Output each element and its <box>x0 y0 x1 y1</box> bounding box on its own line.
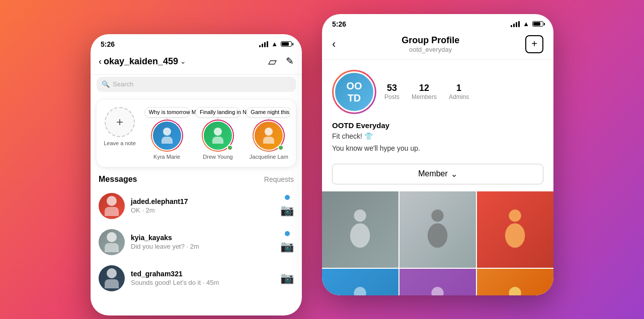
story-jacq-ring <box>253 120 285 152</box>
camera-icon-1[interactable]: 📷 <box>280 204 294 217</box>
member-label: Member <box>418 169 448 178</box>
edit-icon[interactable]: ✎ <box>286 55 294 68</box>
search-icon: 🔍 <box>102 80 110 88</box>
story-kyra-bubble: Why is tomorrow Monday!? 😝 <box>144 107 190 118</box>
search-placeholder: Search <box>113 80 133 88</box>
photo-img-3 <box>477 191 553 268</box>
group-title: Group Profile <box>336 35 525 46</box>
svg-point-5 <box>505 223 525 248</box>
status-bar-right: 5:26 ▲ <box>322 14 553 31</box>
status-icons-right: ▲ <box>511 20 543 28</box>
msg-content-2: kyia_kayaks Did you leave yet? · 2m <box>131 234 274 250</box>
member-chevron: ⌄ <box>451 169 457 179</box>
story-self[interactable]: + Leave a note <box>102 107 138 146</box>
story-jacq[interactable]: Game night this weekend? 🎱 Jacqueline La… <box>247 107 291 160</box>
messages-title: Messages <box>99 175 137 184</box>
add-button[interactable]: + <box>525 35 543 53</box>
time-left: 5:26 <box>101 40 115 48</box>
signal-icon <box>259 41 268 47</box>
camera-icon-3[interactable]: 📷 <box>280 272 294 285</box>
stat-admins-value: 1 <box>456 83 461 93</box>
stories-row: + Leave a note Why is tomorrow Monday!? … <box>102 107 291 160</box>
search-bar[interactable]: 🔍 Search <box>97 77 296 92</box>
photo-3[interactable] <box>477 191 553 268</box>
video-icon[interactable]: ▱ <box>268 55 277 68</box>
group-avatar-ring: OO TD <box>332 70 376 114</box>
msg-right-2: 📷 <box>280 231 294 253</box>
group-avatar-text: OO TD <box>346 80 362 104</box>
camera-icon-2[interactable]: 📷 <box>280 240 294 253</box>
photo-img-2 <box>399 191 476 268</box>
group-nav-center: Group Profile ootd_everyday <box>336 35 525 53</box>
stat-admins-label: Admins <box>449 93 469 100</box>
stat-posts-value: 53 <box>387 83 397 93</box>
msg-preview-3: Sounds good! Let's do it · 45m <box>131 279 274 286</box>
nav-bar-left: ‹ okay_kaiden_459 ⌄ ▱ ✎ <box>91 51 302 75</box>
time-right: 5:26 <box>332 20 346 28</box>
svg-point-4 <box>509 209 521 222</box>
svg-point-0 <box>354 209 366 222</box>
username-title: okay_kaiden_459 <box>104 56 178 67</box>
story-drew[interactable]: Finally landing in NYC! ❤️ Drew Young <box>196 107 239 160</box>
svg-point-8 <box>432 287 444 295</box>
msg-content-3: ted_graham321 Sounds good! Let's do it ·… <box>131 270 274 286</box>
msg-preview-2: Did you leave yet? · 2m <box>131 243 274 250</box>
group-stats: 53 Posts 12 Members 1 Admins <box>384 83 543 100</box>
photo-img-1 <box>322 191 398 268</box>
back-button[interactable]: ‹ <box>99 56 102 67</box>
story-kyra-avatar <box>152 121 182 151</box>
message-item-2[interactable]: kyia_kayaks Did you leave yet? · 2m 📷 <box>91 224 302 260</box>
signal-icon-right <box>511 21 520 27</box>
status-icons-left: ▲ <box>259 40 292 48</box>
story-self-label: Leave a note <box>104 140 136 146</box>
message-item-3[interactable]: ted_graham321 Sounds good! Let's do it ·… <box>91 260 302 296</box>
group-name: OOTD Everyday <box>332 121 543 130</box>
left-phone: 5:26 ▲ ‹ okay_kaiden_459 ⌄ ▱ ✎ 🔍 Search <box>91 34 302 315</box>
story-kyra[interactable]: Why is tomorrow Monday!? 😝 Kyra Marie <box>145 107 189 160</box>
msg-username-3: ted_graham321 <box>131 270 274 278</box>
photo-2[interactable] <box>399 191 476 268</box>
stories-section: + Leave a note Why is tomorrow Monday!? … <box>97 100 296 167</box>
photo-6[interactable] <box>477 269 553 295</box>
msg-right-1: 📷 <box>280 195 294 217</box>
svg-point-3 <box>428 223 448 248</box>
wifi-icon: ▲ <box>271 40 278 48</box>
photo-img-4 <box>322 269 398 295</box>
requests-link[interactable]: Requests <box>264 175 294 183</box>
message-item-1[interactable]: jaded.elephant17 OK · 2m 📷 <box>91 188 302 224</box>
member-button[interactable]: Member ⌄ <box>332 164 543 184</box>
nav-title-left: okay_kaiden_459 ⌄ <box>104 56 268 67</box>
msg-username-2: kyia_kayaks <box>131 234 274 242</box>
story-drew-ring <box>202 120 234 152</box>
msg-right-3: 📷 <box>280 272 294 285</box>
stat-admins: 1 Admins <box>449 83 469 100</box>
photo-5[interactable] <box>399 269 476 295</box>
dropdown-chevron[interactable]: ⌄ <box>180 58 186 65</box>
story-drew-bubble: Finally landing in NYC! ❤️ <box>195 107 240 118</box>
avatar-kyia <box>99 229 125 255</box>
photo-img-6 <box>477 269 553 295</box>
group-nav: ‹ Group Profile ootd_everyday + <box>322 31 553 60</box>
photo-img-5 <box>399 269 476 295</box>
story-jacq-label: Jacqueline Lam <box>250 154 288 160</box>
stat-members-value: 12 <box>419 83 429 93</box>
photo-4[interactable] <box>322 269 398 295</box>
avatar-ted <box>99 265 125 291</box>
group-avatar: OO TD <box>334 71 375 113</box>
search-area: 🔍 Search <box>91 75 302 95</box>
group-profile-section: OO TD 53 Posts 12 Members 1 Admins <box>322 60 553 119</box>
story-kyra-ring <box>151 120 183 152</box>
svg-point-2 <box>432 209 444 222</box>
svg-point-10 <box>509 287 521 295</box>
photo-1[interactable] <box>322 191 398 268</box>
stat-members: 12 Members <box>412 83 437 100</box>
msg-username-1: jaded.elephant17 <box>131 197 274 205</box>
messages-header: Messages Requests <box>91 172 302 188</box>
group-bio: OOTD Everyday Fit check! 👕 You know we'l… <box>322 119 553 160</box>
stat-members-label: Members <box>412 93 437 100</box>
back-button-right[interactable]: ‹ <box>332 38 336 51</box>
msg-content-1: jaded.elephant17 OK · 2m <box>131 197 274 214</box>
add-story-button[interactable]: + <box>105 107 135 137</box>
svg-point-1 <box>350 223 370 248</box>
nav-icons-left: ▱ ✎ <box>268 55 294 68</box>
